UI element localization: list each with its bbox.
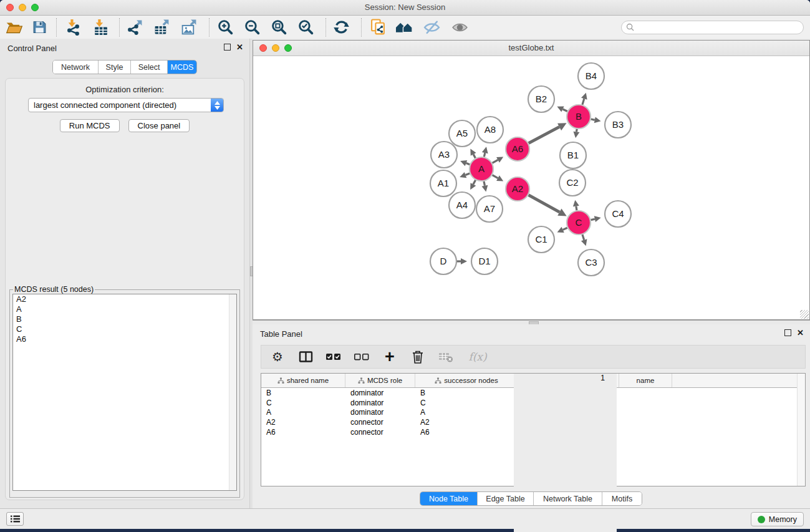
close-panel-button[interactable]: Close panel [128, 119, 190, 132]
horizontal-split-divider[interactable] [253, 320, 810, 324]
search-input[interactable] [637, 22, 803, 32]
close-table-panel-icon[interactable]: ✕ [797, 329, 804, 336]
export-network-button[interactable] [125, 18, 144, 37]
zoom-fit-button[interactable] [269, 18, 288, 37]
mcds-result-item[interactable]: B [13, 314, 236, 324]
mcds-result-list[interactable]: A2ABCA6 [12, 294, 237, 491]
criterion-select[interactable]: largest connected component (directed) [28, 98, 224, 112]
tab-network[interactable]: Network [53, 60, 99, 74]
column-header-successor-nodes[interactable]: successor nodes [415, 374, 518, 387]
table-cell[interactable]: A6 [415, 428, 468, 437]
float-table-panel-icon[interactable] [784, 329, 791, 336]
table-cell[interactable]: dominator [345, 389, 415, 397]
table-cell[interactable]: A [261, 408, 345, 417]
float-panel-icon[interactable] [224, 44, 231, 51]
graph-edge-B-B4[interactable] [582, 99, 584, 105]
graph-edge-A6-B[interactable] [529, 127, 559, 143]
table-cell[interactable]: C [415, 399, 468, 407]
show-columns-button[interactable] [297, 347, 314, 366]
task-history-button[interactable] [6, 512, 24, 526]
open-session-button[interactable] [5, 18, 24, 37]
network-graph[interactable]: AA1A2A3A4A5A6A7A8BB1B2B3B4CC1C2C3C4DD1 [253, 56, 809, 319]
delete-table-button[interactable] [437, 347, 455, 366]
table-cell[interactable]: dominator [345, 399, 415, 407]
column-header-shared-name[interactable]: shared name [261, 374, 345, 387]
graph-edge-A-A5[interactable] [473, 154, 475, 158]
table-cell[interactable]: connector [345, 428, 415, 437]
function-builder-button[interactable]: f(x) [465, 347, 490, 366]
graph-edge-C-C4[interactable] [591, 219, 595, 220]
graph-edge-A-A8[interactable] [484, 153, 485, 157]
control-panel-tabs: NetworkStyleSelectMCDS [0, 60, 249, 74]
table-cell[interactable]: B [415, 389, 468, 397]
graph-edge-A-A7[interactable] [484, 181, 485, 186]
right-area: testGlobe.txt AA1A2A3A4A5A6A7A8BB1B2B3B4… [253, 39, 810, 508]
table-cell[interactable]: A6 [261, 428, 345, 437]
export-table-button[interactable] [152, 18, 171, 37]
graph-edge-A-A6[interactable] [493, 160, 498, 163]
table-scrollbar[interactable] [797, 374, 805, 486]
table-cell[interactable]: A2 [261, 418, 345, 427]
graph-edge-B-B2[interactable] [562, 109, 567, 111]
network-canvas[interactable]: AA1A2A3A4A5A6A7A8BB1B2B3B4CC1C2C3C4DD1 [253, 56, 809, 319]
new-network-from-selection-button[interactable] [369, 18, 387, 37]
resize-grip-icon[interactable] [800, 310, 809, 319]
graph-edge-A-A4[interactable] [473, 180, 476, 185]
first-neighbors-button[interactable] [395, 18, 413, 37]
zoom-selected-button[interactable] [296, 18, 315, 37]
table-cell[interactable]: B [261, 389, 345, 397]
mcds-result-legend: MCDS result (5 nodes) [13, 285, 95, 294]
column-header-name[interactable]: name [619, 374, 672, 387]
graph-edge-A2-C[interactable] [529, 195, 560, 212]
list-scrollbar[interactable] [229, 294, 236, 490]
graph-edge-B-B1[interactable] [576, 129, 577, 132]
memory-button[interactable]: Memory [751, 512, 804, 526]
refresh-button[interactable] [332, 18, 350, 37]
export-image-button[interactable] [180, 18, 198, 37]
tab-edge-table[interactable]: Edge Table [478, 492, 534, 505]
mcds-result-item[interactable]: A [13, 304, 236, 314]
graph-edge-A-A1[interactable] [466, 173, 470, 175]
tab-select[interactable]: Select [131, 60, 168, 74]
table-cell[interactable]: C [261, 399, 345, 407]
table-options-button[interactable]: ⚙ [269, 347, 286, 366]
run-mcds-button[interactable]: Run MCDS [60, 119, 120, 132]
graph-edge-B-B3[interactable] [591, 119, 595, 120]
graph-edge-C-C1[interactable] [563, 228, 567, 230]
import-table-button[interactable] [91, 18, 110, 37]
show-all-button[interactable] [450, 18, 469, 37]
refresh-icon [333, 19, 350, 36]
zoom-out-button[interactable] [243, 18, 261, 37]
column-header-MCDS-role[interactable]: MCDS role [345, 374, 415, 387]
table-cell[interactable]: A2 [415, 418, 468, 427]
import-network-button[interactable] [64, 18, 82, 37]
add-column-button[interactable]: + [381, 347, 398, 366]
close-panel-icon[interactable]: ✕ [236, 44, 243, 51]
tab-style[interactable]: Style [99, 60, 131, 74]
toolbar-separator [209, 18, 210, 37]
hide-selected-button[interactable] [422, 18, 441, 37]
zoom-in-button[interactable] [216, 18, 234, 37]
save-session-button[interactable] [30, 18, 49, 37]
table-cell[interactable]: connector [345, 418, 415, 427]
select-all-button[interactable] [325, 347, 342, 366]
mcds-result-item[interactable]: A6 [13, 334, 236, 344]
graph-edge-C-C3[interactable] [582, 235, 584, 240]
deselect-all-button[interactable] [353, 347, 370, 366]
mcds-result-item[interactable]: A2 [13, 294, 236, 304]
table-row[interactable]: A6connector11A6 [261, 427, 805, 437]
node-label-B2: B2 [536, 94, 547, 104]
table-cell[interactable]: A [415, 408, 468, 417]
tab-node-table[interactable]: Node Table [420, 492, 478, 505]
network-window-titlebar[interactable]: testGlobe.txt [253, 41, 809, 56]
delete-columns-button[interactable] [409, 347, 427, 366]
graph-edge-C-C2[interactable] [576, 206, 577, 211]
graph-edge-A-A2[interactable] [493, 175, 498, 178]
mcds-result-item[interactable]: C [13, 324, 236, 334]
node-label-A: A [478, 163, 485, 174]
tab-network-table[interactable]: Network Table [534, 492, 602, 505]
graph-edge-A-A3[interactable] [466, 163, 470, 165]
tab-mcds[interactable]: MCDS [168, 60, 196, 74]
table-cell[interactable]: dominator [345, 408, 415, 417]
tab-motifs[interactable]: Motifs [602, 492, 642, 505]
